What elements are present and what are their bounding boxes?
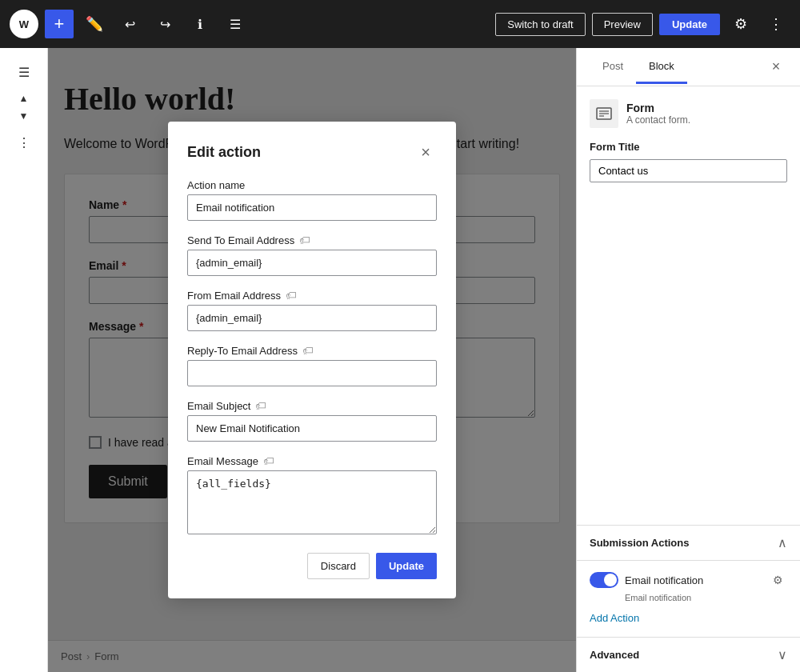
reply-to-field: Reply-To Email Address 🏷 [187,344,437,386]
svg-text:W: W [19,18,30,30]
reply-to-label: Reply-To Email Address 🏷 [187,344,437,357]
action-name-field: Action name [187,179,437,221]
move-up-button[interactable]: ▲ [10,90,38,107]
tools-button[interactable]: ✏️ [80,10,109,38]
move-down-button[interactable]: ▼ [10,107,38,125]
email-subject-input[interactable] [187,415,437,442]
submission-actions-content: Email notification ⚙ Email notification … [577,560,800,637]
action-settings-button[interactable]: ⚙ [768,570,787,590]
settings-button[interactable]: ⚙ [726,10,755,38]
action-row: Email notification ⚙ [590,570,787,590]
form-title-section-label: Form Title [590,141,787,153]
sidebar-form-title: Form [626,102,690,114]
tag-icon-send-to[interactable]: 🏷 [299,234,310,246]
wp-logo: W [10,10,38,38]
preview-button[interactable]: Preview [592,13,653,36]
block-options-button[interactable]: ⋮ [10,128,38,157]
topbar: W + ✏️ ↩ ↪ ℹ ☰ Switch to draft Preview U… [0,0,800,48]
sidebar-content: Form A contact form. Form Title [577,86,800,525]
tab-block[interactable]: Block [636,50,687,84]
sidebar-form-header: Form A contact form. [590,99,787,128]
action-name-input[interactable] [187,194,437,221]
submission-actions-title: Submission Actions [590,537,689,549]
block-mover: ▲ ▼ [10,90,38,125]
action-sub-label: Email notification [625,593,787,602]
modal-title: Edit action [187,144,261,161]
redo-button[interactable]: ↪ [150,10,179,38]
from-email-field: From Email Address 🏷 [187,289,437,331]
form-info: Form A contact form. [626,102,690,126]
modal-overlay: Edit action × Action name Send To Email … [48,48,576,672]
discard-button[interactable]: Discard [307,553,370,579]
action-name-label: Action name [187,179,437,191]
main-layout: ☰ ▲ ▼ ⋮ Hello world! Welcome to WordPres… [0,48,800,672]
topbar-right: Switch to draft Preview Update ⚙ ⋮ [495,10,790,38]
modal-footer: Discard Update [187,553,437,579]
toggle-sidebar-button[interactable]: ☰ [10,58,38,86]
advanced-header[interactable]: Advanced ∨ [577,637,800,672]
tag-icon-from-email[interactable]: 🏷 [286,289,297,302]
update-button[interactable]: Update [659,14,720,35]
tab-post[interactable]: Post [590,50,636,84]
advanced-title: Advanced [590,649,639,661]
tag-icon-email-subject[interactable]: 🏷 [255,399,266,412]
submission-actions-header[interactable]: Submission Actions ∧ [577,525,800,560]
edit-action-modal: Edit action × Action name Send To Email … [168,122,456,598]
sidebar-close-button[interactable]: × [765,56,787,78]
from-email-input[interactable] [187,305,437,331]
tag-icon-email-message[interactable]: 🏷 [263,454,274,467]
email-message-field: Email Message 🏷 {all_fields} [187,454,437,537]
send-to-input[interactable] [187,250,437,276]
tag-icon-reply-to[interactable]: 🏷 [302,344,314,357]
advanced-expand-icon: ∨ [778,647,787,662]
more-options-button[interactable]: ⋮ [762,10,790,38]
modal-update-button[interactable]: Update [376,553,437,579]
add-block-button[interactable]: + [45,10,74,38]
modal-header: Edit action × [187,141,437,163]
from-email-label: From Email Address 🏷 [187,289,437,302]
switch-draft-button[interactable]: Switch to draft [495,13,585,36]
info-button[interactable]: ℹ [186,10,214,38]
email-notification-toggle[interactable] [590,572,618,588]
right-sidebar: Post Block × Form A contact form. [576,48,800,672]
submission-actions-collapse-icon: ∧ [778,535,787,550]
modal-close-button[interactable]: × [414,141,437,163]
reply-to-input[interactable] [187,360,437,386]
email-message-textarea[interactable]: {all_fields} [187,470,437,534]
add-action-button[interactable]: Add Action [590,609,639,627]
email-subject-label: Email Subject 🏷 [187,399,437,412]
undo-button[interactable]: ↩ [115,10,144,38]
editor-toolbar: ☰ ▲ ▼ ⋮ [0,48,48,672]
form-icon [590,99,618,128]
action-label: Email notification [625,574,762,586]
send-to-field: Send To Email Address 🏷 [187,234,437,276]
form-title-input[interactable] [590,159,787,182]
email-subject-field: Email Subject 🏷 [187,399,437,442]
canvas-area: Hello world! Welcome to WordPress. This … [48,48,576,672]
sidebar-form-desc: A contact form. [626,114,690,126]
list-view-button[interactable]: ☰ [221,10,250,38]
email-message-label: Email Message 🏷 [187,454,437,467]
sidebar-tabs: Post Block × [577,48,800,86]
send-to-label: Send To Email Address 🏷 [187,234,437,246]
